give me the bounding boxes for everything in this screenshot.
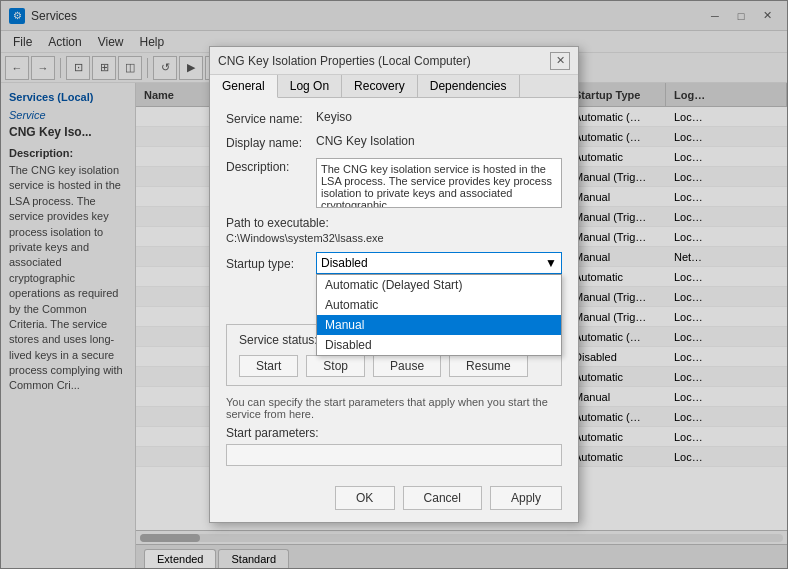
dropdown-arrow-icon: ▼ <box>545 256 557 270</box>
path-row: Path to executable: C:\Windows\system32\… <box>226 216 562 244</box>
hint-text: You can specify the start parameters tha… <box>226 396 562 420</box>
start-params-input[interactable] <box>226 444 562 466</box>
dialog-tab-logon[interactable]: Log On <box>278 75 342 97</box>
service-name-row: Service name: Keyiso <box>226 110 562 126</box>
dialog-close-button[interactable]: ✕ <box>550 52 570 70</box>
description-textarea[interactable]: The CNG key isolation service is hosted … <box>316 158 562 208</box>
dialog-tabs: General Log On Recovery Dependencies <box>210 75 578 98</box>
display-name-value: CNG Key Isolation <box>316 134 562 148</box>
resume-button[interactable]: Resume <box>449 355 528 377</box>
dropdown-item-manual[interactable]: Manual <box>317 315 561 335</box>
description-label: Description: <box>226 158 316 174</box>
cancel-button[interactable]: Cancel <box>403 486 482 510</box>
dropdown-item-disabled[interactable]: Disabled <box>317 335 561 355</box>
action-buttons-row: Start Stop Pause Resume <box>239 355 549 377</box>
dialog-overlay: CNG Key Isolation Properties (Local Comp… <box>0 0 788 569</box>
dialog-general-content: Service name: Keyiso Display name: CNG K… <box>210 98 578 478</box>
dialog-title-text: CNG Key Isolation Properties (Local Comp… <box>218 54 550 68</box>
dialog-tab-recovery[interactable]: Recovery <box>342 75 418 97</box>
start-button[interactable]: Start <box>239 355 298 377</box>
dialog-buttons: OK Cancel Apply <box>210 478 578 522</box>
startup-dropdown-container: Disabled ▼ Automatic (Delayed Start) Aut… <box>316 252 562 274</box>
dialog-title-bar: CNG Key Isolation Properties (Local Comp… <box>210 47 578 75</box>
display-name-row: Display name: CNG Key Isolation <box>226 134 562 150</box>
service-name-value: Keyiso <box>316 110 562 124</box>
dropdown-item-auto-delayed[interactable]: Automatic (Delayed Start) <box>317 275 561 295</box>
display-name-label: Display name: <box>226 134 316 150</box>
startup-type-row: Startup type: Disabled ▼ Automatic (Dela… <box>226 252 562 274</box>
description-row: Description: The CNG key isolation servi… <box>226 158 562 208</box>
pause-button[interactable]: Pause <box>373 355 441 377</box>
dropdown-item-automatic[interactable]: Automatic <box>317 295 561 315</box>
startup-type-label: Startup type: <box>226 255 316 271</box>
ok-button[interactable]: OK <box>335 486 395 510</box>
startup-type-dropdown[interactable]: Disabled ▼ <box>316 252 562 274</box>
path-value: C:\Windows\system32\lsass.exe <box>226 232 562 244</box>
properties-dialog: CNG Key Isolation Properties (Local Comp… <box>209 46 579 523</box>
dialog-tab-dependencies[interactable]: Dependencies <box>418 75 520 97</box>
start-params-label: Start parameters: <box>226 426 562 440</box>
service-status-label: Service status: <box>239 333 318 347</box>
service-name-label: Service name: <box>226 110 316 126</box>
path-label: Path to executable: <box>226 216 562 230</box>
dialog-tab-general[interactable]: General <box>210 75 278 98</box>
startup-dropdown-popup: Automatic (Delayed Start) Automatic Manu… <box>316 274 562 356</box>
stop-button[interactable]: Stop <box>306 355 365 377</box>
apply-button[interactable]: Apply <box>490 486 562 510</box>
startup-type-selected-value: Disabled <box>321 256 368 270</box>
